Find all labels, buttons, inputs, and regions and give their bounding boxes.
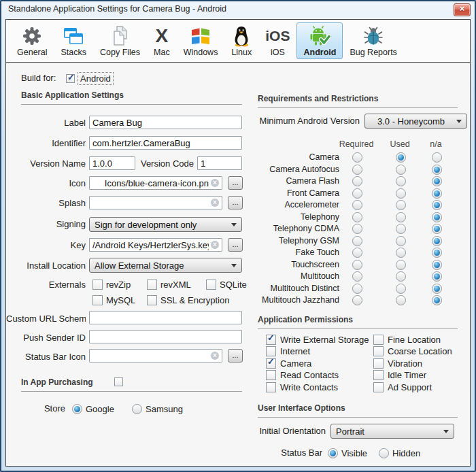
clear-icon[interactable] bbox=[211, 179, 219, 187]
min-android-version-dropdown[interactable]: 3.0 - Honeycomb bbox=[364, 114, 467, 129]
mysql-checkbox[interactable] bbox=[92, 295, 103, 305]
camera-autofocus-n-a-radio[interactable] bbox=[432, 165, 442, 175]
touchscreen-used-radio[interactable] bbox=[396, 260, 406, 270]
write-external-storage-checkbox[interactable] bbox=[266, 335, 276, 345]
ad-support-checkbox[interactable] bbox=[373, 382, 384, 392]
version-code-input[interactable]: 1 bbox=[197, 156, 242, 170]
key-input[interactable]: /Android Keys/HertzlerSys.keystor bbox=[89, 238, 222, 252]
fake-touch-used-radio[interactable] bbox=[396, 248, 406, 258]
write-contacts-checkbox[interactable] bbox=[266, 382, 276, 392]
fake-touch-n-a-radio[interactable] bbox=[432, 248, 442, 258]
camera-flash-n-a-radio[interactable] bbox=[432, 176, 442, 186]
clear-icon[interactable] bbox=[211, 352, 219, 360]
toolbar-item-stacks[interactable]: Stacks bbox=[54, 22, 93, 59]
in-app-purchasing-checkbox[interactable] bbox=[114, 377, 123, 386]
touchscreen-required-radio[interactable] bbox=[352, 260, 362, 270]
camera-n-a-radio[interactable] bbox=[432, 152, 442, 163]
multitouch-jazzhand-used-radio[interactable] bbox=[396, 295, 406, 305]
radio-label: Visible bbox=[341, 448, 367, 458]
sqlite-checkbox[interactable] bbox=[206, 280, 216, 290]
front-camera-used-radio[interactable] bbox=[396, 188, 406, 199]
multitouch-distinct-n-a-radio[interactable] bbox=[432, 284, 442, 294]
splash-browse-button[interactable]: ... bbox=[228, 196, 243, 209]
telephony-gsm-n-a-radio[interactable] bbox=[432, 236, 442, 246]
titlebar[interactable]: Standalone Application Settings for Came… bbox=[1, 1, 475, 18]
icon-browse-button[interactable]: ... bbox=[228, 176, 243, 190]
accelerometer-used-radio[interactable] bbox=[396, 200, 406, 210]
camera-autofocus-required-radio[interactable] bbox=[352, 165, 362, 175]
telephony-cdma-n-a-radio[interactable] bbox=[432, 224, 442, 234]
toolbar-item-mac[interactable]: XMac bbox=[147, 22, 177, 59]
touchscreen-n-a-radio[interactable] bbox=[432, 260, 442, 270]
checkbox-label: revXML bbox=[160, 280, 191, 290]
telephony-gsm-used-radio[interactable] bbox=[396, 236, 406, 246]
build-for-option-label[interactable]: Android bbox=[78, 72, 114, 85]
version-name-input[interactable]: 1.0.0 bbox=[89, 156, 135, 170]
read-contacts-checkbox[interactable] bbox=[266, 370, 276, 380]
revxml-checkbox[interactable] bbox=[147, 280, 157, 290]
telephony-cdma-required-radio[interactable] bbox=[352, 224, 362, 234]
google-radio[interactable] bbox=[72, 404, 82, 414]
telephony-used-radio[interactable] bbox=[396, 212, 406, 222]
multitouch-jazzhand-required-radio[interactable] bbox=[352, 295, 362, 305]
multitouch-used-radio[interactable] bbox=[396, 271, 406, 282]
build-for-checkbox[interactable] bbox=[66, 74, 75, 83]
custom-url-scheme-input[interactable] bbox=[89, 311, 242, 324]
camera-used-radio[interactable] bbox=[396, 152, 406, 163]
toolbar-item-bug-reports[interactable]: Bug Reports bbox=[343, 22, 403, 59]
status-bar-icon-browse-button[interactable]: ... bbox=[228, 349, 243, 363]
toolbar-item-linux[interactable]: Linux bbox=[224, 22, 258, 59]
samsung-radio[interactable] bbox=[132, 404, 142, 414]
status-bar-option-visible: Visible bbox=[328, 448, 367, 458]
coarse-location-checkbox[interactable] bbox=[373, 346, 384, 356]
install-location-dropdown[interactable]: Allow External Storage bbox=[89, 258, 242, 273]
fake-touch-required-radio[interactable] bbox=[352, 248, 362, 258]
signing-dropdown[interactable]: Sign for development only bbox=[89, 217, 242, 232]
toolbar-item-general[interactable]: General bbox=[10, 22, 54, 59]
fine-location-checkbox[interactable] bbox=[373, 335, 384, 345]
camera-flash-used-radio[interactable] bbox=[396, 176, 406, 186]
bug-icon bbox=[363, 25, 384, 47]
initial-orientation-dropdown[interactable]: Portrait bbox=[330, 424, 454, 439]
label-input[interactable]: Camera Bug bbox=[89, 116, 242, 129]
ssl-encryption-checkbox[interactable] bbox=[147, 295, 157, 305]
multitouch-jazzhand-n-a-radio[interactable] bbox=[432, 295, 442, 305]
accelerometer-required-radio[interactable] bbox=[352, 200, 362, 210]
clear-icon[interactable] bbox=[211, 241, 219, 249]
idle-timer-checkbox[interactable] bbox=[373, 370, 384, 380]
multitouch-distinct-used-radio[interactable] bbox=[396, 284, 406, 294]
toolbar-item-copy-files[interactable]: Copy Files bbox=[93, 22, 147, 59]
telephony-gsm-required-radio[interactable] bbox=[352, 236, 362, 246]
status-bar-icon-input[interactable] bbox=[89, 349, 222, 363]
telephony-n-a-radio[interactable] bbox=[432, 212, 442, 222]
toolbar-item-ios[interactable]: iOSiOS bbox=[258, 22, 296, 59]
front-camera-required-radio[interactable] bbox=[352, 188, 362, 199]
icon-input[interactable]: Icons/blue-camera-icon.pn bbox=[89, 176, 222, 190]
toolbar-item-windows[interactable]: Windows bbox=[177, 22, 225, 59]
camera-flash-required-radio[interactable] bbox=[352, 176, 362, 186]
vibration-checkbox[interactable] bbox=[373, 358, 384, 369]
requirement-label: Telephony bbox=[245, 212, 339, 222]
checkbox-label: Read Contacts bbox=[280, 370, 339, 380]
camera-required-radio[interactable] bbox=[352, 152, 362, 163]
camera-autofocus-used-radio[interactable] bbox=[396, 165, 406, 175]
multitouch-n-a-radio[interactable] bbox=[432, 271, 442, 282]
splash-input[interactable] bbox=[89, 196, 222, 209]
multitouch-distinct-required-radio[interactable] bbox=[352, 284, 362, 294]
clear-icon[interactable] bbox=[211, 199, 219, 207]
hidden-radio[interactable] bbox=[379, 448, 389, 458]
camera-checkbox[interactable] bbox=[266, 358, 276, 369]
telephony-cdma-used-radio[interactable] bbox=[396, 224, 406, 234]
front-camera-n-a-radio[interactable] bbox=[432, 188, 442, 199]
telephony-required-radio[interactable] bbox=[352, 212, 362, 222]
close-button[interactable] bbox=[454, 3, 471, 16]
push-sender-id-input[interactable] bbox=[89, 330, 242, 343]
multitouch-required-radio[interactable] bbox=[352, 271, 362, 282]
accelerometer-n-a-radio[interactable] bbox=[432, 200, 442, 210]
internet-checkbox[interactable] bbox=[266, 346, 276, 356]
toolbar-item-android[interactable]: Android bbox=[296, 22, 343, 59]
key-browse-button[interactable]: ... bbox=[228, 238, 243, 252]
revzip-checkbox[interactable] bbox=[92, 280, 103, 290]
identifier-input[interactable]: com.hertzler.CameraBug bbox=[89, 136, 242, 150]
visible-radio[interactable] bbox=[328, 448, 338, 458]
